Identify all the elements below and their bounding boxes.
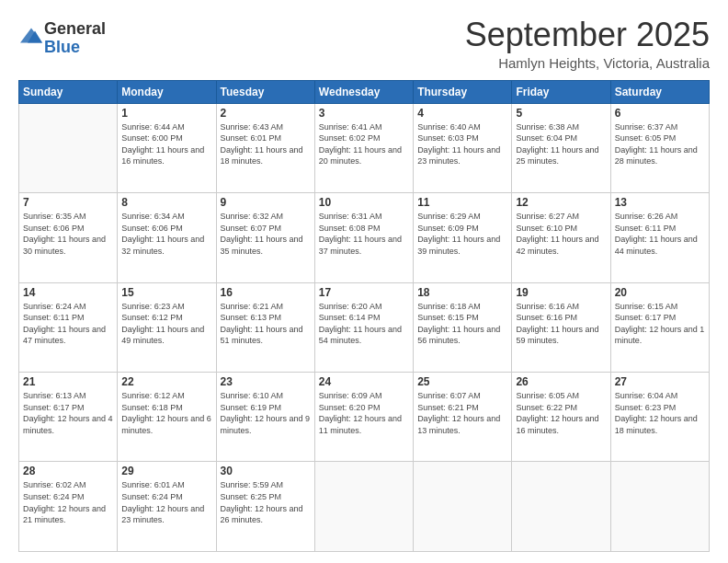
calendar-cell <box>314 462 413 552</box>
day-number: 3 <box>319 107 409 120</box>
day-number: 19 <box>516 286 606 299</box>
calendar-cell: 30 Sunrise: 5:59 AMSunset: 6:25 PMDaylig… <box>216 462 314 552</box>
day-number: 21 <box>23 375 113 388</box>
cell-info: Sunrise: 6:24 AMSunset: 6:11 PMDaylight:… <box>23 301 113 347</box>
weekday-header-saturday: Saturday <box>610 80 709 103</box>
day-number: 24 <box>319 375 409 388</box>
cell-info: Sunrise: 6:04 AMSunset: 6:23 PMDaylight:… <box>615 390 705 436</box>
cell-info: Sunrise: 6:15 AMSunset: 6:17 PMDaylight:… <box>615 301 705 347</box>
cell-info: Sunrise: 6:21 AMSunset: 6:13 PMDaylight:… <box>221 301 311 347</box>
calendar-week-row: 28 Sunrise: 6:02 AMSunset: 6:24 PMDaylig… <box>19 462 710 552</box>
calendar-cell: 16 Sunrise: 6:21 AMSunset: 6:13 PMDaylig… <box>216 282 314 372</box>
cell-info: Sunrise: 5:59 AMSunset: 6:25 PMDaylight:… <box>221 479 311 525</box>
calendar-cell: 10 Sunrise: 6:31 AMSunset: 6:08 PMDaylig… <box>314 193 413 282</box>
calendar-cell: 25 Sunrise: 6:07 AMSunset: 6:21 PMDaylig… <box>414 373 512 462</box>
cell-info: Sunrise: 6:34 AMSunset: 6:06 PMDaylight:… <box>121 211 211 257</box>
day-number: 10 <box>319 196 409 209</box>
cell-info: Sunrise: 6:26 AMSunset: 6:11 PMDaylight:… <box>615 211 705 257</box>
weekday-header-wednesday: Wednesday <box>314 80 413 103</box>
calendar-week-row: 21 Sunrise: 6:13 AMSunset: 6:17 PMDaylig… <box>19 373 710 462</box>
cell-info: Sunrise: 6:18 AMSunset: 6:15 PMDaylight:… <box>417 301 507 347</box>
day-number: 29 <box>121 465 211 477</box>
logo-general: General <box>44 19 106 38</box>
cell-info: Sunrise: 6:12 AMSunset: 6:18 PMDaylight:… <box>121 390 211 436</box>
calendar-cell: 28 Sunrise: 6:02 AMSunset: 6:24 PMDaylig… <box>19 462 118 552</box>
day-number: 5 <box>516 107 606 120</box>
header: General Blue September 2025 Hamlyn Heigh… <box>18 17 710 71</box>
calendar-cell <box>19 103 118 192</box>
calendar-cell: 6 Sunrise: 6:37 AMSunset: 6:05 PMDayligh… <box>610 103 709 192</box>
day-number: 27 <box>615 375 705 388</box>
cell-info: Sunrise: 6:01 AMSunset: 6:24 PMDaylight:… <box>121 479 211 525</box>
day-number: 22 <box>121 375 211 388</box>
cell-info: Sunrise: 6:32 AMSunset: 6:07 PMDaylight:… <box>221 211 311 257</box>
weekday-header-sunday: Sunday <box>19 80 118 103</box>
cell-info: Sunrise: 6:41 AMSunset: 6:02 PMDaylight:… <box>319 121 409 167</box>
weekday-header-row: SundayMondayTuesdayWednesdayThursdayFrid… <box>19 80 710 103</box>
day-number: 26 <box>516 375 606 388</box>
cell-info: Sunrise: 6:10 AMSunset: 6:19 PMDaylight:… <box>221 390 311 436</box>
calendar-cell: 14 Sunrise: 6:24 AMSunset: 6:11 PMDaylig… <box>19 282 118 372</box>
calendar-cell: 5 Sunrise: 6:38 AMSunset: 6:04 PMDayligh… <box>512 103 610 192</box>
calendar-cell: 3 Sunrise: 6:41 AMSunset: 6:02 PMDayligh… <box>314 103 413 192</box>
day-number: 23 <box>221 375 311 388</box>
cell-info: Sunrise: 6:27 AMSunset: 6:10 PMDaylight:… <box>516 211 606 257</box>
day-number: 17 <box>319 286 409 299</box>
calendar-cell <box>512 462 610 552</box>
cell-info: Sunrise: 6:29 AMSunset: 6:09 PMDaylight:… <box>417 211 507 257</box>
calendar-cell: 17 Sunrise: 6:20 AMSunset: 6:14 PMDaylig… <box>314 282 413 372</box>
calendar-cell: 15 Sunrise: 6:23 AMSunset: 6:12 PMDaylig… <box>118 282 216 372</box>
cell-info: Sunrise: 6:09 AMSunset: 6:20 PMDaylight:… <box>319 390 409 436</box>
cell-info: Sunrise: 6:05 AMSunset: 6:22 PMDaylight:… <box>516 390 606 436</box>
location: Hamlyn Heights, Victoria, Australia <box>465 55 710 71</box>
cell-info: Sunrise: 6:20 AMSunset: 6:14 PMDaylight:… <box>319 301 409 347</box>
day-number: 15 <box>121 286 211 299</box>
logo: General Blue <box>18 20 106 57</box>
weekday-header-monday: Monday <box>118 80 216 103</box>
cell-info: Sunrise: 6:35 AMSunset: 6:06 PMDaylight:… <box>23 211 113 257</box>
day-number: 28 <box>23 465 113 477</box>
calendar-page: General Blue September 2025 Hamlyn Heigh… <box>0 0 728 563</box>
calendar-cell <box>610 462 709 552</box>
day-number: 2 <box>221 107 311 120</box>
day-number: 18 <box>417 286 507 299</box>
calendar-cell: 19 Sunrise: 6:16 AMSunset: 6:16 PMDaylig… <box>512 282 610 372</box>
month-title: September 2025 <box>465 17 710 53</box>
cell-info: Sunrise: 6:40 AMSunset: 6:03 PMDaylight:… <box>417 121 507 167</box>
day-number: 1 <box>121 107 211 120</box>
calendar-cell: 24 Sunrise: 6:09 AMSunset: 6:20 PMDaylig… <box>314 373 413 462</box>
cell-info: Sunrise: 6:02 AMSunset: 6:24 PMDaylight:… <box>23 479 113 525</box>
day-number: 6 <box>615 107 705 120</box>
day-number: 14 <box>23 286 113 299</box>
calendar-cell: 18 Sunrise: 6:18 AMSunset: 6:15 PMDaylig… <box>414 282 512 372</box>
cell-info: Sunrise: 6:38 AMSunset: 6:04 PMDaylight:… <box>516 121 606 167</box>
calendar-cell: 13 Sunrise: 6:26 AMSunset: 6:11 PMDaylig… <box>610 193 709 282</box>
calendar-cell: 9 Sunrise: 6:32 AMSunset: 6:07 PMDayligh… <box>216 193 314 282</box>
calendar-cell: 23 Sunrise: 6:10 AMSunset: 6:19 PMDaylig… <box>216 373 314 462</box>
day-number: 30 <box>221 465 311 477</box>
cell-info: Sunrise: 6:43 AMSunset: 6:01 PMDaylight:… <box>221 121 311 167</box>
calendar-cell <box>414 462 512 552</box>
calendar-cell: 12 Sunrise: 6:27 AMSunset: 6:10 PMDaylig… <box>512 193 610 282</box>
calendar-cell: 20 Sunrise: 6:15 AMSunset: 6:17 PMDaylig… <box>610 282 709 372</box>
weekday-header-friday: Friday <box>512 80 610 103</box>
calendar-week-row: 1 Sunrise: 6:44 AMSunset: 6:00 PMDayligh… <box>19 103 710 192</box>
logo-blue: Blue <box>44 38 80 56</box>
day-number: 13 <box>615 196 705 209</box>
cell-info: Sunrise: 6:37 AMSunset: 6:05 PMDaylight:… <box>615 121 705 167</box>
day-number: 9 <box>221 196 311 209</box>
weekday-header-tuesday: Tuesday <box>216 80 314 103</box>
cell-info: Sunrise: 6:07 AMSunset: 6:21 PMDaylight:… <box>417 390 507 436</box>
calendar-cell: 7 Sunrise: 6:35 AMSunset: 6:06 PMDayligh… <box>19 193 118 282</box>
cell-info: Sunrise: 6:31 AMSunset: 6:08 PMDaylight:… <box>319 211 409 257</box>
cell-info: Sunrise: 6:16 AMSunset: 6:16 PMDaylight:… <box>516 301 606 347</box>
calendar-cell: 8 Sunrise: 6:34 AMSunset: 6:06 PMDayligh… <box>118 193 216 282</box>
day-number: 7 <box>23 196 113 209</box>
day-number: 8 <box>121 196 211 209</box>
cell-info: Sunrise: 6:13 AMSunset: 6:17 PMDaylight:… <box>23 390 113 436</box>
calendar-cell: 21 Sunrise: 6:13 AMSunset: 6:17 PMDaylig… <box>19 373 118 462</box>
calendar-cell: 29 Sunrise: 6:01 AMSunset: 6:24 PMDaylig… <box>118 462 216 552</box>
calendar-cell: 11 Sunrise: 6:29 AMSunset: 6:09 PMDaylig… <box>414 193 512 282</box>
day-number: 12 <box>516 196 606 209</box>
cell-info: Sunrise: 6:23 AMSunset: 6:12 PMDaylight:… <box>121 301 211 347</box>
